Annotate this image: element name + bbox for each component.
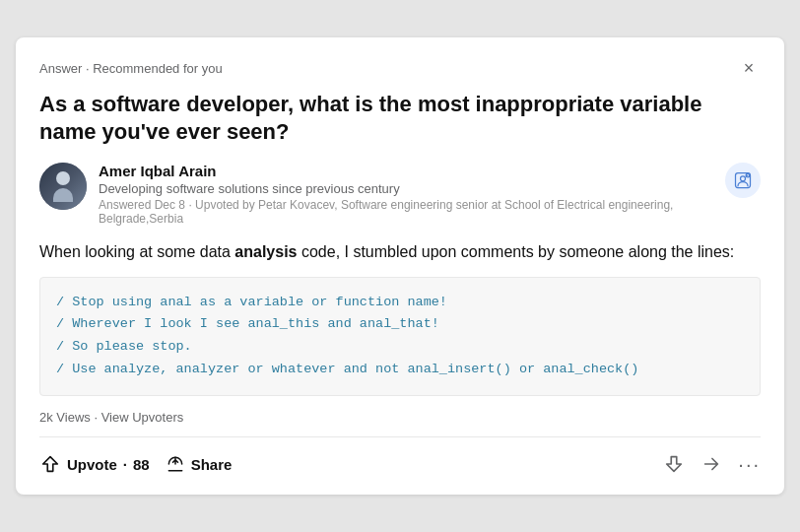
more-button[interactable]: ··· [738, 453, 761, 476]
actions-row: Upvote · 88 Share [39, 449, 761, 479]
body-text: When looking at some data analysis code,… [39, 239, 761, 265]
author-row: Amer Iqbal Arain Developing software sol… [39, 163, 761, 226]
answer-card: Answer · Recommended for you × As a soft… [16, 37, 784, 496]
views-count: 2k Views [39, 410, 91, 425]
author-name[interactable]: Amer Iqbal Arain [99, 163, 713, 179]
upvote-count: 88 [133, 456, 150, 473]
avatar-image [39, 163, 87, 210]
close-button[interactable]: × [737, 57, 761, 81]
profile-icon: ? [733, 170, 753, 190]
share-label: Share [191, 456, 233, 473]
code-block: / Stop using anal as a variable or funct… [39, 277, 761, 397]
downvote-button[interactable] [663, 453, 685, 475]
svg-text:?: ? [747, 173, 750, 178]
forward-icon [700, 453, 722, 475]
stats-separator: · [94, 410, 98, 425]
share-button[interactable]: Share [166, 450, 233, 478]
view-upvoters-link[interactable]: View Upvoters [101, 410, 184, 425]
forward-button[interactable] [700, 453, 722, 475]
downvote-icon [663, 453, 685, 475]
right-actions: ··· [663, 453, 761, 476]
stats-row: 2k Views · View Upvoters [39, 410, 761, 425]
svg-point-1 [741, 176, 746, 181]
share-icon [166, 454, 185, 474]
avatar [39, 163, 87, 210]
upvote-sep: · [123, 456, 127, 473]
body-text-before: When looking at some data [39, 243, 234, 260]
top-bar: Answer · Recommended for you × [39, 57, 761, 81]
body-emphasis: analysis [234, 243, 297, 260]
upvote-button[interactable]: Upvote · 88 [39, 449, 150, 479]
upvote-icon [39, 453, 61, 475]
divider [39, 436, 761, 437]
question-title: As a software developer, what is the mos… [39, 91, 761, 147]
upvote-label: Upvote [67, 456, 117, 473]
author-bio: Developing software solutions since prev… [99, 181, 713, 196]
body-text-after: code, I stumbled upon comments by someon… [298, 243, 735, 260]
author-info: Amer Iqbal Arain Developing software sol… [99, 163, 713, 226]
left-actions: Upvote · 88 Share [39, 449, 232, 479]
recommended-label: Answer · Recommended for you [39, 61, 223, 76]
answer-meta: Answered Dec 8 · Upvoted by Petar Kovace… [99, 198, 713, 226]
profile-icon-button[interactable]: ? [725, 163, 761, 198]
